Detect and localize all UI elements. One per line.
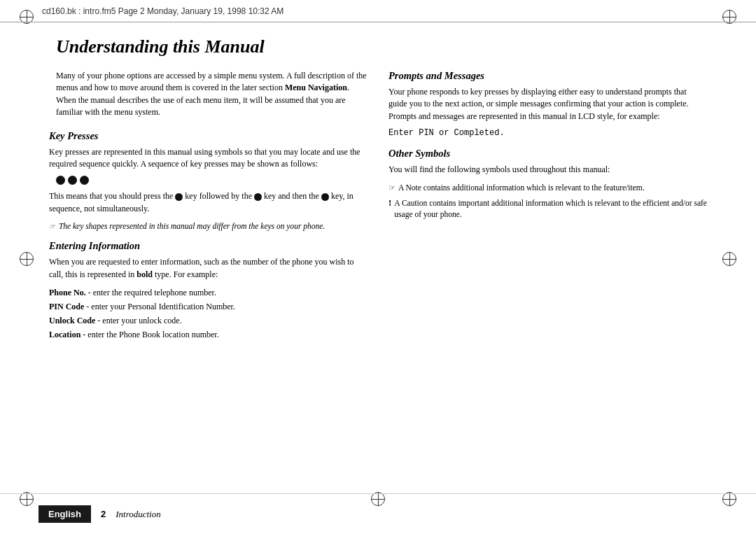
entering-information-heading: Entering Information — [49, 240, 368, 252]
caution-item-line: ! A Caution contains important additiona… — [388, 197, 707, 220]
key-dots — [56, 176, 368, 185]
footer-section-label: Introduction — [115, 509, 161, 520]
prompts-messages-body: Your phone responds to key presses by di… — [388, 86, 707, 122]
footer-page-number: 2 — [101, 509, 106, 519]
caution-item-text: A Caution contains important additional … — [394, 197, 707, 220]
note-item-line: ☞ A Note contains additional information… — [388, 182, 707, 193]
key-description: This means that you should press the key… — [49, 190, 368, 215]
menu-nav-bold: Menu Navigation — [285, 83, 347, 92]
note-italic-text: The key shapes represented in this manua… — [59, 222, 325, 230]
note-item-text: A Note contains additional information w… — [398, 182, 645, 193]
left-column: Many of your phone options are accessed … — [49, 70, 368, 342]
page-title: Understanding this Manual — [56, 36, 707, 57]
inline-key-dot-1 — [175, 193, 183, 201]
note-icon: ☞ — [49, 223, 55, 230]
field-location: Location - enter the Phone Book location… — [49, 328, 368, 341]
mono-example: Enter PIN or Completed. — [388, 128, 707, 138]
content-area: Understanding this Manual Many of your p… — [38, 22, 718, 492]
field-unlock-code-label: Unlock Code — [49, 316, 95, 325]
inline-key-dot-3 — [321, 193, 329, 201]
key-dot-3 — [80, 176, 89, 185]
other-symbols-section: Other Symbols You will find the followin… — [388, 148, 707, 220]
right-column: Prompts and Messages Your phone responds… — [388, 70, 707, 342]
two-column-layout: Many of your phone options are accessed … — [49, 70, 707, 342]
key-dot-1 — [56, 176, 65, 185]
caution-symbol-icon: ! — [388, 197, 391, 220]
other-symbols-body: You will find the following symbols used… — [388, 164, 707, 176]
key-presses-body: Key presses are represented in this manu… — [49, 146, 368, 171]
footer-english-badge: English — [38, 505, 91, 523]
inline-key-dot-2 — [254, 193, 262, 201]
crosshair-mid-right — [722, 252, 736, 266]
footer: English 2 Introduction — [0, 493, 756, 534]
note-symbol-icon: ☞ — [388, 183, 396, 193]
entering-information-section: Entering Information When you are reques… — [49, 240, 368, 341]
field-pin-code: PIN Code - enter your Personal Identific… — [49, 300, 368, 313]
field-location-label: Location — [49, 330, 80, 339]
field-unlock-code: Unlock Code - enter your unlock code. — [49, 314, 368, 327]
entering-information-body: When you are requested to enter informat… — [49, 256, 368, 281]
bold-example: bold — [136, 269, 153, 279]
field-phone-no: Phone No. - enter the required telephone… — [49, 286, 368, 299]
header-text: cd160.bk : intro.fm5 Page 2 Monday, Janu… — [42, 6, 284, 16]
intro-paragraph: Many of your phone options are accessed … — [56, 70, 368, 119]
header-bar: cd160.bk : intro.fm5 Page 2 Monday, Janu… — [0, 0, 756, 22]
field-phone-no-label: Phone No. — [49, 288, 86, 297]
page: cd160.bk : intro.fm5 Page 2 Monday, Janu… — [0, 0, 756, 534]
key-presses-heading: Key Presses — [49, 130, 368, 142]
crosshair-mid-left — [20, 252, 34, 266]
other-symbols-heading: Other Symbols — [388, 148, 707, 160]
key-presses-note: ☞ The key shapes represented in this man… — [49, 220, 368, 232]
prompts-messages-section: Prompts and Messages Your phone responds… — [388, 70, 707, 138]
prompts-messages-heading: Prompts and Messages — [388, 70, 707, 82]
key-dot-2 — [68, 176, 77, 185]
field-pin-code-label: PIN Code — [49, 302, 84, 311]
key-presses-section: Key Presses Key presses are represented … — [49, 130, 368, 232]
